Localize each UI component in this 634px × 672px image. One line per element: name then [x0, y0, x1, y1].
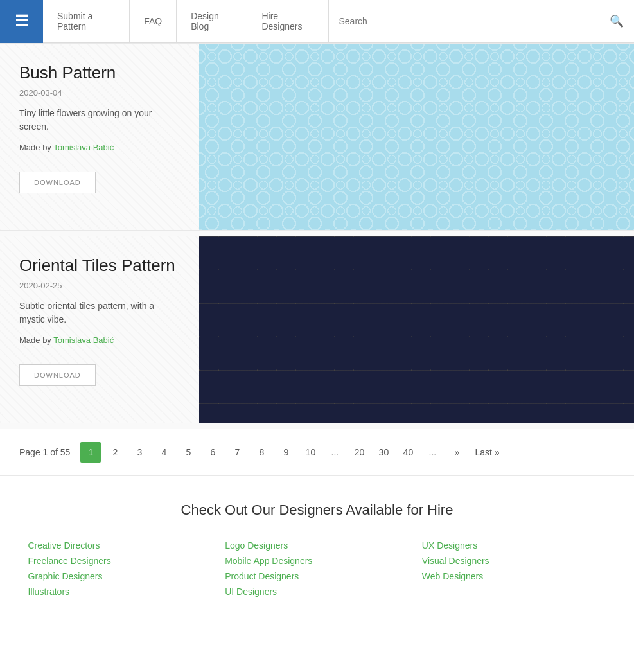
download-button-bush[interactable]: DOWNLOAD	[19, 172, 96, 193]
designer-logo[interactable]: Logo Designers	[225, 538, 409, 553]
page-btn-6[interactable]: 6	[202, 442, 223, 463]
page-btn-10[interactable]: 10	[300, 442, 321, 463]
pattern-entry-oriental: Oriental Tiles Pattern 2020-02-25 Subtle…	[0, 236, 634, 423]
designer-ui[interactable]: UI Designers	[225, 584, 409, 599]
designer-mobile-app[interactable]: Mobile App Designers	[225, 553, 409, 569]
made-by-label-bush: Made by	[19, 143, 51, 152]
page-btn-5[interactable]: 5	[178, 442, 198, 463]
page-btn-4[interactable]: 4	[154, 442, 174, 463]
page-btn-30[interactable]: 30	[373, 442, 394, 463]
pattern-desc-bush: Tiny little flowers growing on your scre…	[19, 107, 180, 134]
designer-creative-directors[interactable]: Creative Directors	[28, 538, 213, 553]
main-nav: Submit a Pattern FAQ Design Blog Hire De…	[43, 0, 328, 43]
pagination: Page 1 of 55 1 2 3 4 5 6 7 8 9 10 ... 20…	[0, 429, 634, 475]
pattern-date-oriental: 2020-02-25	[19, 281, 180, 290]
search-area: 🔍	[328, 0, 635, 43]
page-ellipsis-1: ...	[324, 442, 345, 463]
page-btn-9[interactable]: 9	[276, 442, 296, 463]
designers-col-3: UX Designers Visual Designers Web Design…	[422, 538, 606, 599]
logo[interactable]: ☰	[0, 0, 43, 43]
designer-web[interactable]: Web Designers	[422, 569, 606, 584]
designer-product[interactable]: Product Designers	[225, 569, 409, 584]
designers-col-2: Logo Designers Mobile App Designers Prod…	[225, 538, 409, 599]
page-btn-20[interactable]: 20	[349, 442, 369, 463]
designer-visual[interactable]: Visual Designers	[422, 553, 606, 569]
download-button-oriental[interactable]: DOWNLOAD	[19, 364, 96, 386]
pattern-info-oriental: Oriental Tiles Pattern 2020-02-25 Subtle…	[0, 236, 199, 423]
pattern-title-oriental: Oriental Tiles Pattern	[19, 256, 180, 276]
page-ellipsis-2: ...	[422, 442, 443, 463]
logo-icon: ☰	[15, 12, 29, 30]
nav-faq[interactable]: FAQ	[130, 0, 177, 43]
page-btn-40[interactable]: 40	[398, 442, 418, 463]
search-icon: 🔍	[610, 14, 624, 28]
pattern-author-oriental[interactable]: Tomislava Babić	[53, 335, 114, 345]
designers-title: Check Out Our Designers Available for Hi…	[19, 502, 615, 518]
pattern-desc-oriental: Subtle oriental tiles pattern, with a my…	[19, 299, 180, 326]
page-btn-last[interactable]: Last »	[471, 442, 503, 463]
nav-design-blog[interactable]: Design Blog	[177, 0, 247, 43]
pattern-info-bush: Bush Pattern 2020-03-04 Tiny little flow…	[0, 44, 199, 230]
pattern-preview-oriental	[199, 236, 634, 423]
nav-hire-designers[interactable]: Hire Designers	[247, 0, 328, 43]
pattern-author-bush[interactable]: Tomislava Babić	[53, 143, 114, 152]
pattern-author-line-bush: Made by Tomislava Babić	[19, 143, 180, 152]
main-content: Bush Pattern 2020-03-04 Tiny little flow…	[0, 43, 634, 619]
designer-ux[interactable]: UX Designers	[422, 538, 606, 553]
designers-section: Check Out Our Designers Available for Hi…	[0, 475, 634, 619]
page-btn-3[interactable]: 3	[129, 442, 150, 463]
page-btn-2[interactable]: 2	[105, 442, 125, 463]
pattern-entry-bush: Bush Pattern 2020-03-04 Tiny little flow…	[0, 43, 634, 231]
designer-illustrators[interactable]: Illustrators	[28, 584, 213, 599]
designers-grid: Creative Directors Freelance Designers G…	[28, 538, 606, 599]
pattern-preview-bush	[199, 44, 634, 230]
designers-col-1: Creative Directors Freelance Designers G…	[28, 538, 213, 599]
pattern-title-bush: Bush Pattern	[19, 63, 180, 83]
search-input[interactable]	[339, 16, 610, 26]
made-by-label-oriental: Made by	[19, 335, 51, 345]
page-btn-1[interactable]: 1	[80, 442, 101, 463]
designer-graphic[interactable]: Graphic Designers	[28, 569, 213, 584]
page-btn-7[interactable]: 7	[227, 442, 247, 463]
nav-submit-pattern[interactable]: Submit a Pattern	[43, 0, 130, 43]
page-btn-next[interactable]: »	[446, 442, 467, 463]
header: ☰ Submit a Pattern FAQ Design Blog Hire …	[0, 0, 634, 43]
page-label: Page 1 of 55	[19, 447, 70, 457]
pattern-date-bush: 2020-03-04	[19, 88, 180, 98]
page-btn-8[interactable]: 8	[251, 442, 272, 463]
designer-freelance[interactable]: Freelance Designers	[28, 553, 213, 569]
pattern-author-line-oriental: Made by Tomislava Babić	[19, 335, 180, 345]
